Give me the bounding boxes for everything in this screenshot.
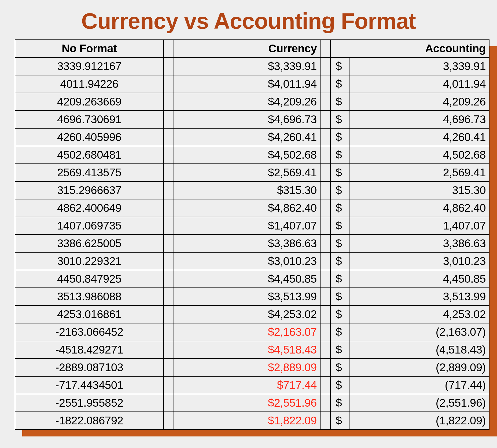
cell-accounting-value: (4,518.43) bbox=[349, 341, 489, 359]
cell-accounting-value: 3,010.23 bbox=[349, 252, 489, 270]
table-row: -1822.086792$1,822.09$(1,822.09) bbox=[15, 412, 489, 429]
cell-noformat: 3386.625005 bbox=[15, 235, 164, 252]
cell-noformat: 4696.730691 bbox=[15, 111, 164, 128]
cell-gap bbox=[320, 412, 330, 429]
cell-currency: $4,518.43 bbox=[174, 341, 320, 359]
cell-accounting-value: (717.44) bbox=[349, 376, 489, 394]
cell-gap bbox=[320, 217, 330, 235]
cell-currency: $1,822.09 bbox=[174, 412, 320, 429]
cell-gap bbox=[320, 270, 330, 288]
cell-gap bbox=[164, 376, 174, 394]
cell-accounting-symbol: $ bbox=[330, 323, 349, 341]
table-container: No Format Currency Accounting 3339.91216… bbox=[15, 39, 489, 430]
table-row: 3513.986088$3,513.99$3,513.99 bbox=[15, 288, 489, 305]
cell-gap bbox=[164, 394, 174, 412]
cell-accounting-value: 3,339.91 bbox=[349, 57, 489, 75]
cell-accounting-value: 4,260.41 bbox=[349, 128, 489, 146]
cell-accounting-symbol: $ bbox=[330, 376, 349, 394]
col-gap bbox=[164, 40, 174, 57]
cell-gap bbox=[320, 359, 330, 376]
cell-accounting-symbol: $ bbox=[330, 235, 349, 252]
cell-accounting-value: (2,551.96) bbox=[349, 394, 489, 412]
cell-noformat: 4862.400649 bbox=[15, 199, 164, 217]
cell-gap bbox=[320, 394, 330, 412]
cell-noformat: 2569.413575 bbox=[15, 164, 164, 181]
cell-noformat: 4502.680481 bbox=[15, 146, 164, 164]
cell-currency: $4,253.02 bbox=[174, 305, 320, 323]
cell-gap bbox=[164, 181, 174, 199]
cell-accounting-symbol: $ bbox=[330, 270, 349, 288]
cell-gap bbox=[164, 341, 174, 359]
cell-accounting-value: 3,386.63 bbox=[349, 235, 489, 252]
cell-gap bbox=[164, 252, 174, 270]
cell-accounting-value: 4,450.85 bbox=[349, 270, 489, 288]
cell-gap bbox=[320, 305, 330, 323]
table-row: 4696.730691$4,696.73$4,696.73 bbox=[15, 111, 489, 128]
table-row: 4260.405996$4,260.41$4,260.41 bbox=[15, 128, 489, 146]
cell-gap bbox=[164, 146, 174, 164]
cell-gap bbox=[320, 181, 330, 199]
cell-accounting-symbol: $ bbox=[330, 305, 349, 323]
table-row: 315.2966637$315.30$315.30 bbox=[15, 181, 489, 199]
cell-gap bbox=[164, 111, 174, 128]
cell-gap bbox=[164, 270, 174, 288]
cell-accounting-symbol: $ bbox=[330, 341, 349, 359]
cell-noformat: 315.2966637 bbox=[15, 181, 164, 199]
cell-gap bbox=[320, 146, 330, 164]
cell-noformat: 4450.847925 bbox=[15, 270, 164, 288]
cell-noformat: -2889.087103 bbox=[15, 359, 164, 376]
table-row: 4502.680481$4,502.68$4,502.68 bbox=[15, 146, 489, 164]
cell-accounting-value: 4,253.02 bbox=[349, 305, 489, 323]
table-row: 2569.413575$2,569.41$2,569.41 bbox=[15, 164, 489, 181]
cell-accounting-symbol: $ bbox=[330, 217, 349, 235]
cell-gap bbox=[164, 305, 174, 323]
page-title: Currency vs Accounting Format bbox=[0, 0, 497, 39]
cell-currency: $4,011.94 bbox=[174, 75, 320, 93]
cell-accounting-symbol: $ bbox=[330, 288, 349, 305]
cell-currency: $4,260.41 bbox=[174, 128, 320, 146]
cell-accounting-value: 4,696.73 bbox=[349, 111, 489, 128]
cell-gap bbox=[164, 128, 174, 146]
cell-accounting-value: (1,822.09) bbox=[349, 412, 489, 429]
cell-noformat: 4260.405996 bbox=[15, 128, 164, 146]
table-row: -2163.066452$2,163.07$(2,163.07) bbox=[15, 323, 489, 341]
cell-accounting-value: 4,502.68 bbox=[349, 146, 489, 164]
cell-noformat: -1822.086792 bbox=[15, 412, 164, 429]
table-row: -2551.955852$2,551.96$(2,551.96) bbox=[15, 394, 489, 412]
cell-accounting-symbol: $ bbox=[330, 252, 349, 270]
cell-gap bbox=[320, 93, 330, 111]
col-header-currency: Currency bbox=[174, 40, 320, 57]
cell-gap bbox=[320, 252, 330, 270]
cell-gap bbox=[320, 57, 330, 75]
cell-accounting-symbol: $ bbox=[330, 199, 349, 217]
cell-gap bbox=[320, 288, 330, 305]
cell-accounting-symbol: $ bbox=[330, 128, 349, 146]
table-row: -4518.429271$4,518.43$(4,518.43) bbox=[15, 341, 489, 359]
cell-accounting-symbol: $ bbox=[330, 57, 349, 75]
cell-accounting-symbol: $ bbox=[330, 359, 349, 376]
col-header-accounting: Accounting bbox=[330, 40, 489, 57]
cell-currency: $2,551.96 bbox=[174, 394, 320, 412]
cell-currency: $2,569.41 bbox=[174, 164, 320, 181]
table-row: 1407.069735$1,407.07$1,407.07 bbox=[15, 217, 489, 235]
cell-accounting-value: 1,407.07 bbox=[349, 217, 489, 235]
cell-accounting-symbol: $ bbox=[330, 164, 349, 181]
cell-noformat: 3010.229321 bbox=[15, 252, 164, 270]
cell-accounting-symbol: $ bbox=[330, 75, 349, 93]
table-row: 3386.625005$3,386.63$3,386.63 bbox=[15, 235, 489, 252]
cell-gap bbox=[164, 75, 174, 93]
cell-gap bbox=[164, 57, 174, 75]
cell-gap bbox=[320, 128, 330, 146]
cell-gap bbox=[320, 164, 330, 181]
cell-currency: $2,889.09 bbox=[174, 359, 320, 376]
cell-currency: $3,386.63 bbox=[174, 235, 320, 252]
table-row: -717.4434501$717.44$(717.44) bbox=[15, 376, 489, 394]
cell-gap bbox=[320, 111, 330, 128]
cell-accounting-value: 2,569.41 bbox=[349, 164, 489, 181]
cell-currency: $3,010.23 bbox=[174, 252, 320, 270]
cell-accounting-value: 4,862.40 bbox=[349, 199, 489, 217]
cell-noformat: 4011.94226 bbox=[15, 75, 164, 93]
cell-noformat: -2551.955852 bbox=[15, 394, 164, 412]
cell-noformat: 3513.986088 bbox=[15, 288, 164, 305]
table-row: 4253.016861$4,253.02$4,253.02 bbox=[15, 305, 489, 323]
